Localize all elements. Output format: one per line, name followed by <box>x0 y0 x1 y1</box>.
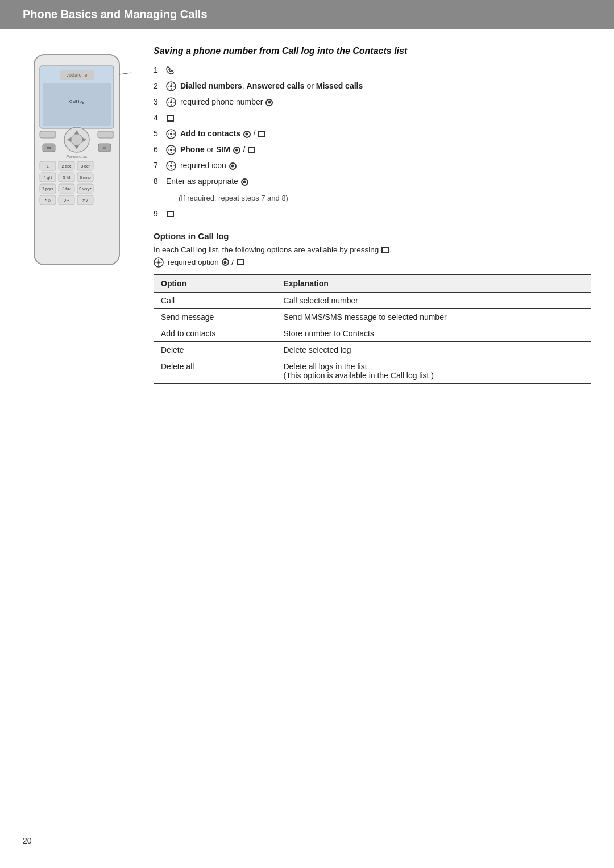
step-4: 4 <box>154 112 591 124</box>
option-delete: Delete <box>154 341 276 358</box>
scroll-icon-3 <box>166 97 176 107</box>
svg-rect-13 <box>98 131 114 138</box>
svg-rect-4 <box>43 83 111 126</box>
explanation-delete-all: Delete all logs in the list(This option … <box>276 358 591 383</box>
steps-list: 1 2 Dialled numbers, A <box>154 64 591 220</box>
svg-text:Call log: Call log <box>69 99 85 104</box>
page-number: 20 <box>23 836 32 845</box>
box-icon-selector <box>237 259 244 265</box>
step-2: 2 Dialled numbers, Answered calls or Mis… <box>154 80 591 92</box>
dot-circle-icon-5 <box>243 131 251 138</box>
scroll-icon-selector <box>154 257 164 268</box>
svg-text:* ◇: * ◇ <box>45 198 51 202</box>
table-row: Delete Delete selected log <box>154 341 591 358</box>
options-description: In each Call log list, the following opt… <box>154 245 591 254</box>
dot-circle-icon-6 <box>233 147 240 154</box>
svg-point-49 <box>170 133 172 135</box>
step-9: 9 <box>154 208 591 220</box>
explanation-add-contacts: Store number to Contacts <box>276 325 591 341</box>
step-7: 7 required icon <box>154 160 591 172</box>
svg-text:8 tuv: 8 tuv <box>62 187 71 191</box>
dot-circle-selector <box>222 258 229 266</box>
instructions-column: Saving a phone number from Call log into… <box>154 46 591 384</box>
step-8: 8 Enter as appropriate <box>154 176 591 187</box>
table-row: Send message Send MMS/SMS message to sel… <box>154 308 591 325</box>
step-3: 3 required phone number <box>154 96 591 108</box>
svg-point-45 <box>170 85 172 87</box>
step-5: 5 Add to contacts / <box>154 128 591 140</box>
svg-text:✕: ✕ <box>103 146 106 150</box>
table-row: Delete all Delete all logs in the list(T… <box>154 358 591 383</box>
step5-addcontacts: Add to contacts <box>180 129 240 138</box>
section1-title: Saving a phone number from Call log into… <box>154 46 591 56</box>
phone-icon <box>166 66 176 74</box>
table-header-row: Option Explanation <box>154 274 591 292</box>
svg-line-43 <box>119 63 131 74</box>
svg-text:6 mno: 6 mno <box>80 176 91 180</box>
col-explanation-header: Explanation <box>276 274 591 292</box>
options-selector: required option / <box>154 257 591 268</box>
svg-text:4 ghi: 4 ghi <box>43 176 52 180</box>
scroll-icon-6 <box>166 145 176 155</box>
dot-circle-icon-7 <box>229 162 237 170</box>
header-bar: Phone Basics and Managing Calls <box>0 0 614 29</box>
box-icon-desc <box>381 247 389 253</box>
table-row: Call Call selected number <box>154 292 591 308</box>
svg-text:3 def: 3 def <box>81 164 90 168</box>
svg-text:# ♪: # ♪ <box>82 198 88 202</box>
svg-point-51 <box>170 149 172 151</box>
step6-sim: SIM <box>216 145 230 154</box>
box-icon-6 <box>248 147 255 153</box>
step-6: 6 Phone or SIM / <box>154 144 591 156</box>
svg-rect-12 <box>40 131 56 138</box>
explanation-delete: Delete selected log <box>276 341 591 358</box>
table-row: Add to contacts Store number to Contacts <box>154 325 591 341</box>
options-heading: Options in Call log <box>154 231 591 241</box>
page-title: Phone Basics and Managing Calls <box>23 8 591 21</box>
option-add-contacts: Add to contacts <box>154 325 276 341</box>
main-content: vodafone Call log ☎ ✕ Panasonic <box>0 46 614 384</box>
svg-text:0 +: 0 + <box>64 198 69 202</box>
svg-text:vodafone: vodafone <box>66 72 87 78</box>
svg-text:☎: ☎ <box>47 146 52 150</box>
svg-text:5 jkl: 5 jkl <box>63 176 70 180</box>
scroll-icon-7 <box>166 161 176 171</box>
options-table: Option Explanation Call Call selected nu… <box>154 274 591 384</box>
step6-phone: Phone <box>180 145 205 154</box>
svg-text:9 wxyz: 9 wxyz <box>79 187 92 191</box>
step-8-note: (If required, repeat steps 7 and 8) <box>154 191 591 204</box>
step-1: 1 <box>154 64 591 76</box>
box-icon-4 <box>167 115 174 122</box>
dot-circle-icon-3 <box>265 99 273 106</box>
option-send-message: Send message <box>154 308 276 325</box>
svg-text:Panasonic: Panasonic <box>66 154 87 159</box>
svg-point-55 <box>157 261 160 264</box>
step2-dialled: Dialled numbers <box>180 81 242 90</box>
svg-text:1: 1 <box>47 164 49 168</box>
step2-answered: Answered calls <box>247 81 305 90</box>
dot-circle-icon-8 <box>241 178 248 186</box>
box-icon-9 <box>167 211 174 217</box>
phone-illustration-column: vodafone Call log ☎ ✕ Panasonic <box>23 46 136 384</box>
box-icon-5 <box>258 131 265 137</box>
phone-image: vodafone Call log ☎ ✕ Panasonic <box>23 52 131 268</box>
option-call: Call <box>154 292 276 308</box>
option-delete-all: Delete all <box>154 358 276 383</box>
explanation-send-message: Send MMS/SMS message to selected number <box>276 308 591 325</box>
scroll-icon-5 <box>166 129 176 139</box>
scroll-icon-2 <box>166 81 176 91</box>
step2-missed: Missed calls <box>316 81 363 90</box>
svg-point-7 <box>71 134 82 145</box>
svg-point-47 <box>170 101 172 103</box>
svg-point-53 <box>170 165 172 167</box>
svg-text:2 abc: 2 abc <box>61 164 72 168</box>
col-option-header: Option <box>154 274 276 292</box>
svg-text:7 pqrs: 7 pqrs <box>42 187 53 191</box>
explanation-call: Call selected number <box>276 292 591 308</box>
